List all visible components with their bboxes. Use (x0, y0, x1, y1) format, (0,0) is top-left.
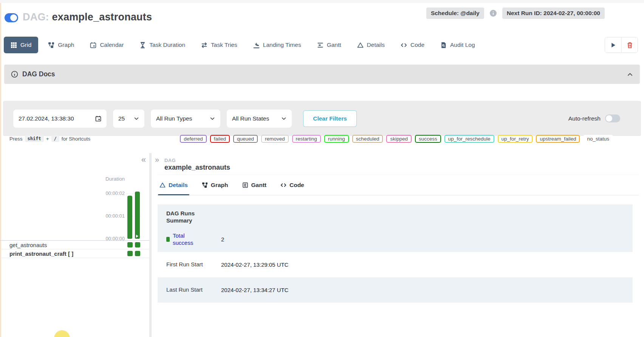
task-row-get-astronauts[interactable]: get_astronauts (0, 241, 149, 249)
tab-grid[interactable]: Grid (4, 37, 38, 53)
dag-docs-title: DAG Docs (22, 70, 55, 78)
expand-panel-icon[interactable]: » (155, 156, 159, 163)
audit-log-icon (440, 42, 447, 48)
run-states-select[interactable]: All Run States (227, 110, 292, 128)
summary-row-value: 2024-02-27, 13:34:27 UTC (221, 287, 633, 293)
chevron-up-icon[interactable] (627, 71, 633, 77)
duration-axis-tick: 00:00:01 (77, 213, 125, 219)
legend-badge-up-for-reschedule[interactable]: up_for_reschedule (444, 135, 494, 143)
summary-row-dag-runs-summary: DAG Runs Summary (158, 204, 633, 230)
tab-landing-times[interactable]: Landing Times (253, 42, 301, 48)
grid-panel: « Duration 00:00:0200:00:0100:00:00 get_… (0, 152, 149, 337)
dag-run-bar-success[interactable] (127, 196, 132, 239)
legend-row: Press shift + / for Shortcuts deferredfa… (9, 133, 613, 144)
delete-dag-button[interactable] (621, 37, 638, 53)
dag-pause-toggle[interactable] (5, 13, 18, 22)
legend-badge-failed[interactable]: failed (210, 135, 230, 143)
schedule-info-icon[interactable] (489, 9, 497, 17)
run-states-value: All Run States (232, 115, 269, 122)
dag-docs-accordion[interactable]: DAG Docs (4, 65, 640, 84)
detail-tab-details[interactable]: Details (159, 175, 188, 195)
task-instance-success[interactable] (127, 242, 133, 247)
dag-runs-summary-table: DAG Runs Summary Total Runs Displayed 2 … (158, 201, 633, 303)
nav-tabs: Grid Graph Calendar Task Duration Task T… (4, 37, 475, 53)
dag-actions (605, 37, 638, 53)
detail-tabs: Details Graph Gantt Code (158, 175, 639, 195)
tab-label: Task Duration (149, 42, 185, 48)
tab-task-duration[interactable]: Task Duration (139, 42, 185, 48)
legend-badge-upstream-failed[interactable]: upstream_failed (536, 135, 580, 143)
legend-badge-restarting[interactable]: restarting (292, 135, 321, 143)
detail-tab-graph[interactable]: Graph (202, 175, 228, 195)
trigger-dag-button[interactable] (605, 37, 621, 53)
graph-icon (202, 182, 208, 188)
detail-tab-code[interactable]: Code (280, 175, 304, 195)
legend-badge-queued[interactable]: queued (233, 135, 258, 143)
legend-badge-scheduled[interactable]: scheduled (352, 135, 383, 143)
gantt-doc-icon (242, 182, 248, 188)
task-instance-success[interactable] (135, 242, 140, 247)
legend-badge-deferred[interactable]: deferred (180, 135, 206, 143)
summary-row-value: 2024-02-27, 13:29:05 UTC (221, 261, 633, 268)
tab-calendar[interactable]: Calendar (90, 42, 124, 48)
legend-badge-no-status[interactable]: no_status (583, 135, 613, 143)
collapse-panel-icon[interactable]: « (141, 156, 146, 164)
legend-badge-success[interactable]: success (415, 135, 441, 143)
auto-refresh-label: Auto-refresh (568, 115, 601, 122)
shift-key: shift (25, 135, 44, 142)
auto-refresh-toggle[interactable] (605, 114, 620, 122)
main-area: « Duration 00:00:0200:00:0100:00:00 get_… (0, 152, 644, 337)
tab-label: Task Tries (211, 42, 237, 48)
slash-key: / (51, 135, 59, 142)
details-icon (159, 182, 166, 188)
tab-task-tries[interactable]: Task Tries (201, 42, 237, 48)
shortcuts-plus: + (46, 136, 49, 142)
summary-row-last-run-start: Last Run Start 2024-02-27, 13:34:27 UTC (158, 277, 633, 303)
tab-graph[interactable]: Graph (48, 42, 74, 48)
header-badges: Schedule: @daily Next Run ID: 2024-02-27… (426, 8, 605, 19)
tab-code[interactable]: Code (401, 42, 424, 48)
tab-gantt[interactable]: Gantt (317, 42, 341, 48)
schedule-badge: Schedule: @daily (426, 8, 484, 19)
state-legend: deferredfailedqueuedremovedrestartingrun… (180, 135, 613, 143)
base-date-input[interactable] (19, 115, 86, 122)
tab-label: Gantt (327, 42, 341, 48)
run-types-select[interactable]: All Run Types (151, 110, 220, 128)
task-row-print-astronaut-craft[interactable]: print_astronaut_craft [ ] (0, 249, 149, 258)
num-runs-select[interactable]: 25 (113, 110, 144, 128)
code-icon (280, 182, 286, 188)
summary-row-first-run-start: First Run Start 2024-02-27, 13:29:05 UTC (158, 252, 633, 277)
legend-badge-removed[interactable]: removed (261, 135, 289, 143)
graph-icon (48, 42, 54, 48)
summary-row-label: First Run Start (166, 261, 203, 268)
details-panel: » DAG example_astronauts Details Graph G… (152, 152, 644, 337)
detail-tab-gantt[interactable]: Gantt (242, 175, 266, 195)
base-date-field[interactable] (13, 110, 107, 128)
dag-run-bar-success[interactable] (135, 192, 140, 239)
task-instance-success[interactable] (135, 251, 140, 256)
tab-audit-log[interactable]: Audit Log (440, 42, 475, 48)
toggle-knob (606, 115, 612, 122)
duration-axis-label: Duration (87, 176, 125, 182)
legend-badge-running[interactable]: running (324, 135, 349, 143)
filter-bar: 25 All Run Types All Run States Clear Fi… (3, 101, 641, 136)
summary-row-label[interactable]: Total success (173, 232, 199, 247)
shortcuts-hint: Press shift + / for Shortcuts (9, 135, 90, 142)
legend-badge-skipped[interactable]: skipped (386, 135, 412, 143)
code-icon (401, 42, 407, 48)
details-kicker: DAG (164, 158, 176, 163)
task-list: get_astronauts print_astronaut_craft [ ] (0, 241, 149, 258)
summary-row-label: DAG Runs Summary (166, 210, 210, 224)
task-instance-success[interactable] (127, 251, 133, 256)
legend-badge-up-for-retry[interactable]: up_for_retry (498, 135, 533, 143)
chevron-down-icon (210, 116, 215, 121)
task-tries-icon (201, 42, 207, 48)
trash-icon (627, 42, 633, 48)
gantt-icon (317, 42, 324, 48)
window-top-strip (0, 0, 644, 3)
shortcuts-text: Press (9, 136, 23, 142)
tab-details[interactable]: Details (357, 42, 385, 48)
calendar-icon[interactable] (95, 116, 101, 122)
clear-filters-button[interactable]: Clear Filters (303, 110, 357, 127)
toggle-knob (10, 14, 17, 21)
